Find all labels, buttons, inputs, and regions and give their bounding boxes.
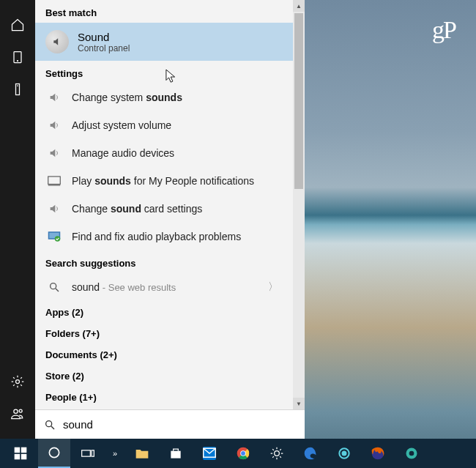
- result-label: Play sounds for My People notifications: [72, 175, 254, 187]
- brightness-button[interactable]: [261, 439, 293, 468]
- settings-result[interactable]: Change sound card settings: [35, 195, 293, 223]
- watermark-logo: gP: [432, 18, 455, 42]
- results-scroll-area: ▲ ▼ Best match Sound Control panel Setti…: [35, 0, 305, 409]
- settings-group-header: Settings: [35, 61, 293, 83]
- people-icon[interactable]: [0, 398, 35, 430]
- taskbar: »: [0, 439, 476, 468]
- category-header[interactable]: People (1+): [35, 386, 293, 407]
- mail-button[interactable]: [193, 439, 226, 468]
- speaker-icon: [47, 146, 62, 160]
- firefox-button[interactable]: [362, 439, 394, 468]
- svg-point-34: [409, 451, 414, 456]
- svg-line-15: [51, 426, 54, 429]
- best-match-result[interactable]: Sound Control panel: [35, 23, 293, 61]
- task-view-button[interactable]: [72, 439, 104, 468]
- svg-point-4: [16, 380, 20, 384]
- result-label: Adjust system volume: [72, 119, 171, 131]
- edge-button[interactable]: [294, 439, 327, 468]
- settings-result[interactable]: Manage audio devices: [35, 139, 293, 167]
- search-icon: [47, 280, 62, 294]
- settings-result[interactable]: Change system sounds: [35, 83, 293, 111]
- svg-rect-7: [48, 177, 61, 185]
- speaker-icon: [47, 118, 62, 133]
- svg-rect-22: [92, 450, 94, 456]
- svg-point-12: [51, 283, 56, 289]
- svg-rect-21: [82, 450, 91, 456]
- troubleshoot-icon: [47, 229, 62, 244]
- svg-rect-19: [21, 454, 27, 460]
- scrollbar-up-icon[interactable]: ▲: [293, 0, 305, 12]
- web-result-label: sound - See web results: [72, 281, 176, 293]
- scrollbar-down-icon[interactable]: ▼: [293, 398, 305, 409]
- svg-point-6: [19, 409, 22, 412]
- settings-result[interactable]: Find and fix audio playback problems: [35, 223, 293, 250]
- svg-point-11: [55, 236, 61, 242]
- svg-point-29: [275, 451, 280, 456]
- best-match-title: Sound: [78, 31, 130, 43]
- cortana-button[interactable]: [38, 439, 70, 468]
- svg-point-14: [46, 420, 52, 426]
- sound-icon: [45, 30, 69, 53]
- tablet-icon[interactable]: [0, 41, 35, 73]
- web-search-result[interactable]: sound - See web results 〉: [35, 273, 293, 301]
- speaker-icon: [47, 201, 62, 216]
- settings-result[interactable]: Play sounds for My People notifications: [35, 167, 293, 195]
- search-box[interactable]: [35, 409, 305, 439]
- settings-icon[interactable]: [0, 365, 35, 398]
- search-results-pane: ▲ ▼ Best match Sound Control panel Setti…: [35, 0, 305, 439]
- start-search-panel: ▲ ▼ Best match Sound Control panel Setti…: [0, 0, 305, 439]
- best-match-header: Best match: [35, 0, 293, 23]
- category-header[interactable]: Folders (7+): [35, 322, 293, 343]
- result-label: Manage audio devices: [72, 147, 174, 159]
- suggestions-header: Search suggestions: [35, 250, 293, 273]
- result-label: Change sound card settings: [72, 203, 202, 215]
- result-label: Find and fix audio playback problems: [72, 231, 241, 242]
- best-match-subtitle: Control panel: [78, 43, 130, 53]
- category-header[interactable]: Apps (2): [35, 301, 293, 322]
- tower-icon[interactable]: [0, 73, 35, 105]
- svg-rect-17: [21, 447, 27, 453]
- search-input[interactable]: [63, 418, 296, 431]
- chevron-right-icon: 〉: [268, 281, 281, 294]
- home-icon[interactable]: [0, 9, 35, 41]
- svg-point-28: [241, 451, 245, 456]
- scrollbar[interactable]: ▲ ▼: [293, 0, 305, 409]
- scrollbar-thumb[interactable]: [294, 13, 303, 189]
- svg-line-13: [56, 289, 59, 291]
- result-label: Change system sounds: [72, 92, 182, 103]
- taskbar-overflow[interactable]: »: [105, 439, 124, 468]
- category-header[interactable]: Documents (2+): [35, 343, 293, 365]
- speaker-icon: [47, 90, 62, 105]
- file-explorer-button[interactable]: [126, 439, 158, 468]
- start-left-rail: [0, 0, 35, 439]
- svg-point-20: [49, 447, 59, 457]
- monitor-icon: [47, 174, 62, 188]
- svg-point-31: [343, 452, 346, 456]
- store-button[interactable]: [160, 439, 192, 468]
- svg-point-1: [18, 61, 18, 62]
- svg-rect-18: [15, 454, 21, 460]
- settings-result[interactable]: Adjust system volume: [35, 111, 293, 139]
- svg-point-5: [14, 409, 18, 413]
- chrome-button[interactable]: [227, 439, 259, 468]
- svg-rect-16: [15, 447, 21, 453]
- start-button[interactable]: [4, 439, 37, 468]
- app-button[interactable]: [395, 439, 428, 468]
- category-header[interactable]: Store (2): [35, 365, 293, 386]
- groove-button[interactable]: [328, 439, 360, 468]
- search-icon: [44, 419, 56, 431]
